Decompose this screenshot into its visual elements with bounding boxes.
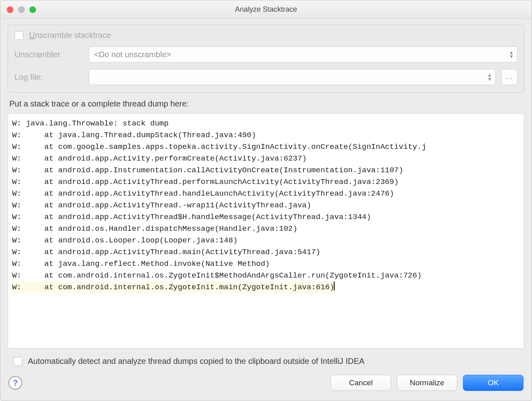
normalize-button[interactable]: Normalize xyxy=(397,375,457,391)
window-controls xyxy=(7,6,36,13)
stacktrace-line: W: at android.app.ActivityThread.main(Ac… xyxy=(12,246,522,258)
stacktrace-line: W: java.lang.Throwable: stack dump xyxy=(12,118,522,129)
stacktrace-line: W: at com.android.internal.os.ZygoteInit… xyxy=(12,270,522,282)
unscrambler-value: <Do not unscramble> xyxy=(94,50,171,59)
unscrambler-label: Unscrambler: xyxy=(15,50,83,59)
stacktrace-line: W: at android.os.Handler.dispatchMessage… xyxy=(12,223,522,235)
logfile-field[interactable]: ▲▼ xyxy=(89,69,496,85)
stacktrace-line: W: at android.app.ActivityThread.handleL… xyxy=(12,188,522,200)
stacktrace-line: W: at android.app.Activity.performCreate… xyxy=(12,153,522,165)
close-icon[interactable] xyxy=(7,6,13,13)
stacktrace-line: W: at android.app.ActivityThread$H.handl… xyxy=(12,211,522,223)
unscramble-checkbox[interactable] xyxy=(15,31,23,40)
zoom-icon[interactable] xyxy=(29,6,36,13)
unscrambler-combo[interactable]: <Do not unscramble> ▲▼ xyxy=(89,46,517,63)
autodetect-checkbox[interactable] xyxy=(13,357,22,366)
stacktrace-line: W: at com.google.samples.apps.topeka.act… xyxy=(12,141,522,153)
cancel-label: Cancel xyxy=(349,378,373,387)
help-button[interactable]: ? xyxy=(8,376,22,390)
stacktrace-line: W: at com.android.internal.os.ZygoteInit… xyxy=(12,282,335,293)
window-title: Analyze Stacktrace xyxy=(0,5,532,14)
dialog-content: Unscramble stacktrace Unscrambler: <Do n… xyxy=(0,19,532,401)
stacktrace-textarea[interactable]: W: java.lang.Throwable: stack dumpW: at … xyxy=(8,113,524,349)
chevron-updown-icon: ▲▼ xyxy=(509,51,514,58)
ellipsis-icon: ... xyxy=(505,73,513,81)
stacktrace-line: W: at java.lang.Thread.dumpStack(Thread.… xyxy=(12,129,522,141)
unscramble-panel: Unscramble stacktrace Unscrambler: <Do n… xyxy=(8,25,524,93)
button-bar: ? Cancel Normalize OK xyxy=(8,372,524,395)
ok-label: OK xyxy=(488,378,498,387)
autodetect-label: Automatically detect and analyze thread … xyxy=(28,357,364,366)
normalize-label: Normalize xyxy=(410,378,444,387)
autodetect-row: Automatically detect and analyze thread … xyxy=(8,353,524,368)
logfile-label: Log file: xyxy=(15,73,83,82)
stacktrace-line: W: at android.app.Instrumentation.callAc… xyxy=(12,165,522,176)
stacktrace-line: W: at java.lang.reflect.Method.invoke(Na… xyxy=(12,258,522,270)
stacktrace-line: W: at android.app.ActivityThread.-wrap11… xyxy=(12,200,522,211)
browse-button[interactable]: ... xyxy=(501,69,517,85)
text-caret xyxy=(334,282,335,290)
stacktrace-line: W: at android.os.Looper.loop(Looper.java… xyxy=(12,235,522,246)
unscramble-checkbox-label: Unscramble stacktrace xyxy=(29,31,111,40)
titlebar: Analyze Stacktrace xyxy=(0,0,532,19)
stacktrace-line: W: at android.app.ActivityThread.perform… xyxy=(12,176,522,188)
chevron-updown-icon: ▲▼ xyxy=(487,73,492,81)
cancel-button[interactable]: Cancel xyxy=(331,375,391,391)
instruction-label: Put a stack trace or a complete thread d… xyxy=(8,97,524,109)
help-icon: ? xyxy=(13,378,18,388)
ok-button[interactable]: OK xyxy=(463,375,524,391)
minimize-icon[interactable] xyxy=(18,6,25,13)
